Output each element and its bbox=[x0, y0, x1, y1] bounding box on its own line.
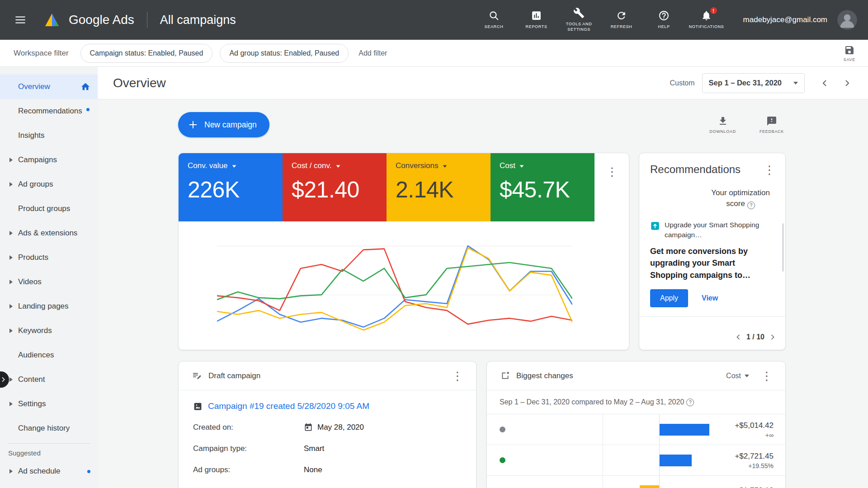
chevron-left-icon bbox=[819, 78, 830, 89]
next-period-button[interactable] bbox=[839, 75, 855, 91]
search-button[interactable]: SEARCH bbox=[473, 10, 515, 30]
divider bbox=[639, 316, 785, 317]
more-options-icon[interactable]: ⋮ bbox=[604, 165, 621, 178]
change-bar bbox=[660, 455, 692, 466]
x-axis-start-label: Aug 31, 2020 bbox=[217, 348, 257, 350]
divider bbox=[147, 12, 147, 28]
sidebar-item-label: Keywords bbox=[18, 326, 52, 335]
more-options-icon[interactable]: ⋮ bbox=[761, 163, 778, 177]
table-row[interactable]: +$5,014.42 +∞ bbox=[487, 414, 785, 445]
download-button[interactable]: DOWNLOAD bbox=[709, 116, 736, 134]
overview-content: New campaign DOWNLOAD FEEDBACK Conv. val… bbox=[98, 99, 868, 488]
scrollbar-thumb[interactable] bbox=[782, 223, 784, 272]
sidebar-item-settings[interactable]: Settings bbox=[0, 392, 98, 416]
expand-arrow-icon bbox=[9, 231, 13, 235]
campaign-status-filter-chip[interactable]: Campaign status: Enabled, Paused bbox=[80, 44, 213, 63]
avatar[interactable] bbox=[837, 10, 857, 30]
sidebar-item-label: Recommendations bbox=[18, 107, 82, 116]
help-button[interactable]: HELP bbox=[643, 10, 685, 30]
suggested-label: Suggested bbox=[8, 449, 41, 457]
biggest-changes-table: +$5,014.42 +∞ +$2,721.45 +19.55% bbox=[487, 414, 785, 488]
recommendation-kicker[interactable]: Upgrade your Smart Shopping campaign… bbox=[650, 220, 774, 239]
tools-settings-button[interactable]: TOOLS AND SETTINGS bbox=[558, 7, 600, 32]
sidebar-item-ad-groups[interactable]: Ad groups bbox=[0, 172, 98, 197]
sidebar-item-label: Products bbox=[18, 253, 48, 262]
table-row[interactable]: +$2,721.45 +19.55% bbox=[487, 445, 785, 476]
add-filter-button[interactable]: Add filter bbox=[359, 49, 387, 57]
sidebar-item-label: Videos bbox=[18, 277, 42, 286]
card-title: Biggest changes bbox=[516, 371, 573, 380]
help-circle-icon[interactable]: ? bbox=[686, 399, 694, 406]
chevron-down-icon[interactable] bbox=[519, 165, 524, 169]
sidebar-item-campaigns[interactable]: Campaigns bbox=[0, 148, 98, 172]
sidebar-item-insights[interactable]: Insights bbox=[0, 123, 98, 148]
x-axis-end-label: Dec 28, 2020 bbox=[532, 348, 572, 350]
sidebar-item-products[interactable]: Products bbox=[0, 245, 98, 270]
sidebar-item-change-history[interactable]: Change history bbox=[0, 416, 98, 441]
sidebar-item-videos[interactable]: Videos bbox=[0, 270, 98, 294]
feedback-button[interactable]: FEEDBACK bbox=[760, 116, 784, 134]
sidebar-item-keywords[interactable]: Keywords bbox=[0, 319, 98, 343]
metric-tile-cost-per-conv[interactable]: Cost / conv. $21.40 bbox=[283, 153, 387, 221]
wrench-icon bbox=[573, 7, 585, 19]
more-options-icon[interactable]: ⋮ bbox=[758, 369, 775, 383]
new-indicator-dot bbox=[86, 108, 90, 111]
help-circle-icon[interactable]: ? bbox=[747, 202, 755, 209]
view-link[interactable]: View bbox=[702, 294, 718, 302]
field-campaign-type: Campaign type: Smart bbox=[193, 444, 462, 453]
change-bar bbox=[640, 485, 659, 488]
recommendations-card: Recommendations ⋮ Your optimization scor… bbox=[639, 153, 786, 350]
sidebar-item-ads-extensions[interactable]: Ads & extensions bbox=[0, 221, 98, 245]
new-campaign-button[interactable]: New campaign bbox=[178, 112, 269, 137]
menu-icon[interactable] bbox=[12, 11, 29, 28]
sidebar-item-label: Product groups bbox=[18, 204, 70, 213]
current-section: All campaigns bbox=[160, 13, 236, 27]
expand-arrow-icon bbox=[9, 328, 13, 333]
image-icon bbox=[193, 402, 203, 411]
sidebar-item-ad-schedule[interactable]: Ad schedule bbox=[0, 459, 98, 483]
suggested-section: Suggested bbox=[7, 443, 90, 459]
sidebar-item-label: Change history bbox=[18, 424, 70, 433]
metric-tile-conversions[interactable]: Conversions 2.14K bbox=[387, 153, 491, 221]
sidebar-item-landing-pages[interactable]: Landing pages bbox=[0, 294, 98, 319]
date-range-selector[interactable]: Sep 1 – Dec 31, 2020 bbox=[702, 73, 805, 93]
sidebar-item-label: Settings bbox=[18, 399, 46, 408]
recommendation-body: Get more conversions by upgrading your S… bbox=[650, 245, 774, 281]
previous-period-button[interactable] bbox=[816, 75, 833, 91]
sidebar-item-audiences[interactable]: Audiences bbox=[0, 343, 98, 367]
row-expand-chevron-icon[interactable]: › bbox=[612, 486, 615, 488]
new-indicator-dot bbox=[87, 470, 90, 473]
chevron-down-icon[interactable] bbox=[336, 165, 340, 169]
reports-button[interactable]: REPORTS bbox=[515, 10, 558, 30]
metric-tile-cost[interactable]: Cost $45.7K bbox=[491, 153, 594, 221]
biggest-changes-card: Biggest changes Cost ⋮ Sep 1 – Dec 31, 2… bbox=[486, 361, 786, 488]
workspace-filter-label: Workspace filter bbox=[14, 49, 69, 58]
expand-arrow-icon bbox=[9, 304, 13, 309]
table-row[interactable]: › -$1,759.18 bbox=[487, 476, 785, 488]
comparison-period-label: Sep 1 – Dec 31, 2020 compared to May 2 –… bbox=[487, 390, 785, 414]
chevron-down-icon[interactable] bbox=[232, 165, 236, 169]
sidebar-item-product-groups[interactable]: Product groups bbox=[0, 197, 98, 221]
page-header: Overview Custom Sep 1 – Dec 31, 2020 bbox=[98, 67, 868, 99]
download-icon bbox=[717, 116, 728, 127]
draft-campaign-link[interactable]: Campaign #19 created 5/28/2020 9:05 AM bbox=[193, 401, 462, 411]
save-icon bbox=[844, 45, 855, 56]
ad-group-status-filter-chip[interactable]: Ad group status: Enabled, Paused bbox=[220, 44, 349, 63]
sidebar-item-overview[interactable]: Overview bbox=[0, 75, 98, 99]
sidebar-item-recommendations[interactable]: Recommendations bbox=[0, 99, 98, 123]
workspace-filter-bar: Workspace filter Campaign status: Enable… bbox=[0, 40, 868, 67]
change-percent: +∞ bbox=[735, 431, 774, 438]
save-button[interactable]: SAVE bbox=[844, 45, 855, 62]
refresh-button[interactable]: REFRESH bbox=[600, 10, 643, 30]
apply-button[interactable]: Apply bbox=[650, 289, 688, 307]
chevron-left-icon[interactable] bbox=[734, 333, 743, 342]
sidebar-item-content[interactable]: Content bbox=[0, 367, 98, 392]
account-email[interactable]: madebyjace@gmail.com bbox=[743, 15, 827, 24]
chevron-down-icon[interactable] bbox=[443, 165, 447, 169]
metric-tile-conv-value[interactable]: Conv. value 226K bbox=[179, 153, 283, 221]
changes-metric-selector[interactable]: Cost bbox=[726, 372, 749, 380]
more-options-icon[interactable]: ⋮ bbox=[449, 369, 466, 383]
change-value: -$1,759.18 bbox=[737, 486, 774, 488]
chevron-right-icon[interactable] bbox=[768, 333, 777, 342]
notifications-button[interactable]: ! NOTIFICATIONS bbox=[685, 10, 728, 30]
